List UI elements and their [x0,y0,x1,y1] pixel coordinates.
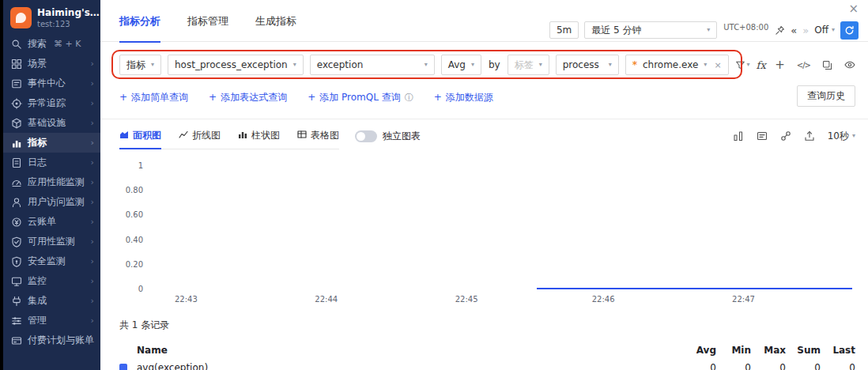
sidebar-item-rum[interactable]: 用户访问监测 › [3,192,100,212]
sidebar-item-security[interactable]: 安全监测 › [3,251,100,271]
code-view-icon[interactable]: </> [797,61,810,70]
integration-icon [11,296,22,307]
refresh-interval-select[interactable]: 10秒 ▾ [828,130,855,143]
legend-value-min: 0 [716,362,751,370]
chevron-right-icon: › [91,296,94,305]
add-datasource-link[interactable]: + 添加数据源 [434,91,493,104]
caret-down-icon: ▾ [852,133,855,139]
close-icon[interactable]: × [848,2,859,16]
x-axis: 22:43 22:44 22:45 22:46 22:47 [151,295,852,308]
datasource-type-select[interactable]: 指标 ▾ [119,55,161,75]
availability-icon [11,236,22,247]
plus-icon: + [209,92,217,103]
sidebar-item-availability[interactable]: 可用性监测 › [3,232,100,251]
legend-table: Name Avg Min Max Sum Last avg(exception)… [119,342,855,370]
sidebar-item-integration[interactable]: 集成 › [3,291,100,311]
sidebar-item-error-tracking[interactable]: 异常追踪 › [3,93,100,113]
search-shortcut: ⌘ + K [54,39,81,49]
legend-panel-icon[interactable] [757,130,768,142]
pin-icon[interactable] [775,25,785,36]
workspace-subtitle: test:123 [37,20,94,28]
tab-table-chart[interactable]: 表格图 [297,129,339,142]
main-panel: × 指标分析 指标管理 生成指标 5m 最近 5 分钟 ▾ UTC+08:00 … [100,0,868,370]
x-axis-tick: 22:43 [175,295,198,304]
chevron-right-icon: › [91,79,94,88]
sidebar-item-billing-plan[interactable]: 付费计划与账单 [3,330,100,350]
add-simple-query-link[interactable]: + 添加简单查询 [119,91,188,104]
infrastructure-icon [11,118,22,129]
step-backward-icon[interactable]: « [791,25,797,36]
plus-icon: + [119,92,127,103]
sidebar-item-scene[interactable]: 场景 › [3,54,100,74]
y-axis-tick: 0.60 [119,210,143,219]
x-axis-tick: 22:47 [732,295,755,304]
legend-header-min: Min [716,345,751,356]
sidebar-item-cloud-billing[interactable]: 云账单 › [3,212,100,232]
aggregation-select[interactable]: Avg ▾ [441,55,481,75]
chevron-right-icon: › [91,59,94,68]
tab-line-chart[interactable]: 折线图 [179,129,221,142]
time-quick-select[interactable]: 5m [549,21,579,39]
compare-icon[interactable] [733,130,744,142]
auto-refresh-select[interactable]: Off ▾ [814,25,835,36]
export-icon[interactable] [804,130,815,142]
caret-down-icon: ▾ [832,27,835,33]
sidebar-item-management[interactable]: 管理 › [3,311,100,330]
tab-metric-management[interactable]: 指标管理 [187,0,228,42]
sidebar-item-metrics[interactable]: 指标 › [3,133,100,153]
caret-down-icon: ▾ [747,62,750,68]
add-expression-query-link[interactable]: + 添加表达式查询 [209,91,287,104]
y-axis-tick: 1 [119,161,143,170]
query-builder-row: 指标 ▾ host_process_exception ▾ exception … [119,55,855,75]
tab-bar-chart[interactable]: 柱状图 [238,129,280,142]
chevron-right-icon: › [90,138,94,147]
refresh-button[interactable] [840,21,859,40]
legend-value-max: 0 [751,362,786,370]
chevron-right-icon: › [91,277,94,285]
security-icon [11,256,22,267]
sidebar-item-event-center[interactable]: 事件中心 › [3,74,100,93]
field-select[interactable]: exception ▾ [310,55,435,75]
eye-icon[interactable] [844,59,855,70]
add-query-icon[interactable]: + [775,59,785,71]
apm-icon [11,177,22,188]
group-by-select[interactable]: 标签 ▾ [508,55,549,75]
table-chart-icon [297,130,307,142]
x-axis-tick: 22:46 [592,295,615,304]
sidebar-item-monitoring[interactable]: 监控 › [3,271,100,291]
x-axis-tick: 22:45 [455,295,478,304]
workspace-title: Haiming's work... [37,7,100,18]
remove-filter-icon[interactable]: × [714,60,721,70]
time-controls: 5m 最近 5 分钟 ▾ UTC+08:00 « » Off ▾ [549,21,859,40]
filter-value-select[interactable]: * chrome.exe ▾ × [625,55,729,75]
function-fx-button[interactable]: fx [757,59,766,71]
tab-metric-analysis[interactable]: 指标分析 [119,0,160,42]
sidebar-item-logs[interactable]: 日志 › [3,153,100,172]
chevron-right-icon: › [91,217,94,226]
top-bar: 指标分析 指标管理 生成指标 5m 最近 5 分钟 ▾ UTC+08:00 « … [100,0,868,42]
filter-funnel-icon[interactable]: ▾ [735,60,750,70]
independent-chart-toggle[interactable] [355,130,377,142]
link-chart-icon[interactable] [780,130,791,142]
caret-down-icon: ▾ [471,62,474,68]
caret-down-icon: ▾ [707,27,710,33]
time-range-select[interactable]: 最近 5 分钟 ▾ [584,21,717,39]
cloud-billing-icon [11,217,22,228]
sidebar-item-search[interactable]: 搜索 ⌘ + K [3,34,100,54]
legend-row[interactable]: avg(exception) 0 0 0 0 0 [119,359,855,370]
tab-area-chart[interactable]: 面积图 [119,129,161,142]
sidebar-item-apm[interactable]: 应用性能监测 › [3,172,100,192]
copy-icon[interactable] [822,60,832,70]
caret-down-icon: ▾ [151,62,154,68]
caret-down-icon: ▾ [704,62,707,68]
workspace-switcher[interactable]: Haiming's work... test:123 [3,5,100,34]
chart-plot[interactable]: 1 0.80 0.60 0.40 0.20 0 22:43 22:44 22:4… [119,160,855,308]
sidebar-item-infrastructure[interactable]: 基础设施 › [3,113,100,133]
group-field-select[interactable]: process ▾ [556,55,619,75]
tab-generate-metrics[interactable]: 生成指标 [255,0,296,42]
query-history-button[interactable]: 查询历史 [797,85,855,107]
legend-header-avg: Avg [681,345,716,356]
step-forward-icon[interactable]: » [802,25,809,36]
add-promql-query-link[interactable]: + 添加 PromQL 查询 ⓘ [308,91,413,104]
metric-select[interactable]: host_process_exception ▾ [168,55,304,75]
